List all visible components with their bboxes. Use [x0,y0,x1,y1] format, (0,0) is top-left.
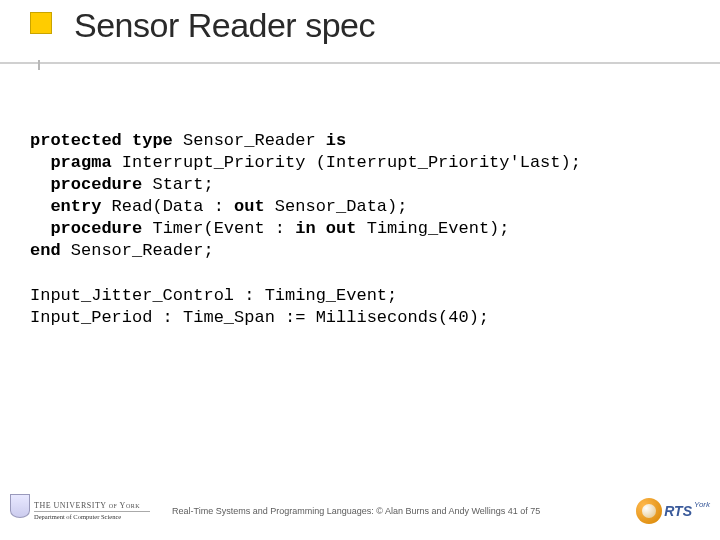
code-block: protected type Sensor_Reader is pragma I… [30,130,690,329]
kw-is: is [326,131,346,150]
kw-entry: entry [50,197,101,216]
university-logo: THE UNIVERSITY of York Department of Com… [10,492,150,530]
rts-text: RTS [664,503,692,519]
code-text: Sensor_Data); [265,197,408,216]
code-text: Sensor_Reader [173,131,326,150]
code-text: Sensor_Reader; [61,241,214,260]
kw-pragma: pragma [50,153,111,172]
footer: THE UNIVERSITY of York Department of Com… [0,490,720,532]
kw-procedure: procedure [50,219,142,238]
rts-logo: RTS York [636,498,710,524]
indent [30,175,50,194]
slide: Sensor Reader spec protected type Sensor… [0,0,720,540]
rts-globe-inner [642,504,656,518]
title-bullet-icon [30,12,52,34]
kw-end: end [30,241,61,260]
code-text: Start; [142,175,213,194]
code-text: Read(Data : [101,197,234,216]
indent [30,219,50,238]
footer-text: Real-Time Systems and Programming Langua… [162,506,624,516]
indent [30,197,50,216]
code-text: Timer(Event : [142,219,295,238]
title-underline-tick [38,60,40,70]
rts-york: York [694,500,710,509]
department-name: Department of Computer Science [34,511,150,520]
kw-in-out: in out [295,219,356,238]
shield-icon [10,494,30,518]
kw-out: out [234,197,265,216]
indent [30,153,50,172]
code-text: Timing_Event); [356,219,509,238]
title-area: Sensor Reader spec [0,0,720,70]
rts-globe-icon [636,498,662,524]
kw-procedure: procedure [50,175,142,194]
university-name: THE UNIVERSITY of York [34,502,150,511]
title-underline [0,62,720,64]
code-text: Interrupt_Priority (Interrupt_Priority'L… [112,153,581,172]
kw-protected-type: protected type [30,131,173,150]
code-text: Input_Period : Time_Span := Milliseconds… [30,308,489,327]
slide-title: Sensor Reader spec [74,6,720,45]
code-text: Input_Jitter_Control : Timing_Event; [30,286,397,305]
